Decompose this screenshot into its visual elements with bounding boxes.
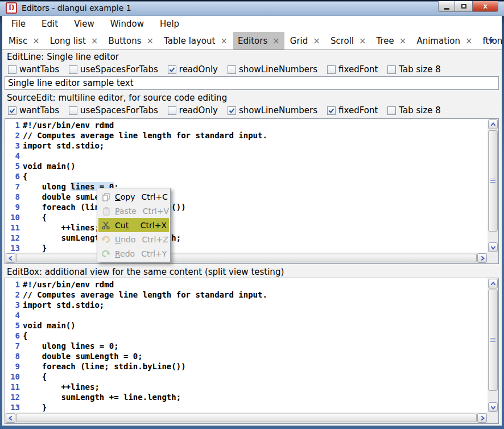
checkbox-unchecked[interactable] <box>387 65 396 74</box>
tab-close-icon[interactable]: × <box>359 36 366 46</box>
code-line: 3import std.stdio; <box>5 141 488 151</box>
checkbox-unchecked[interactable] <box>8 65 16 74</box>
chevron-down-icon <box>489 403 497 411</box>
context-menu-item-redo[interactable]: RedoCtrl+Y <box>98 246 169 261</box>
checkbox-tab-size-8[interactable]: Tab size 8 <box>387 64 441 75</box>
tab-table-layout[interactable]: Table layout× <box>159 32 232 50</box>
scroll-left-button[interactable] <box>6 253 15 263</box>
menu-view[interactable]: View <box>66 16 102 32</box>
line-number: 2 <box>5 130 23 141</box>
checkbox-unchecked[interactable] <box>387 106 396 115</box>
checkbox-checked[interactable] <box>8 106 16 115</box>
context-menu-item-cut[interactable]: CutCtrl+X <box>98 218 169 232</box>
checkbox-unchecked[interactable] <box>327 65 336 74</box>
scroll-left-button[interactable] <box>6 413 15 423</box>
tab-close-icon[interactable]: × <box>399 36 407 46</box>
scrollbar-track[interactable] <box>16 253 477 263</box>
code-text: void main() <box>23 320 76 331</box>
checkbox-tab-size-8[interactable]: Tab size 8 <box>387 105 441 116</box>
checkbox-readonly[interactable]: readOnly <box>168 64 218 75</box>
menu-item-shortcut: Ctrl+Y <box>141 249 167 258</box>
source-editor-content[interactable]: 1#!/usr/bin/env rdmd2// Computes average… <box>5 119 488 253</box>
checkbox-wanttabs[interactable]: wantTabs <box>8 64 59 75</box>
vertical-scrollbar[interactable] <box>488 278 498 412</box>
tab-tree[interactable]: Tree× <box>372 32 411 50</box>
checkbox-unchecked[interactable] <box>69 106 77 115</box>
tab-overflow-button[interactable] <box>481 32 502 50</box>
titlebar[interactable]: D Editors - dlangui example 1 x <box>0 0 504 16</box>
checkbox-checked[interactable] <box>168 65 176 74</box>
checkbox-unchecked[interactable] <box>69 65 77 74</box>
checkbox-checked[interactable] <box>327 106 336 115</box>
context-menu-item-copy[interactable]: CopyCtrl+C <box>98 189 169 204</box>
editbox-editor-content[interactable]: 1#!/usr/bin/env rdmd2// Computes average… <box>5 278 488 412</box>
source-editor[interactable]: 1#!/usr/bin/env rdmd2// Computes average… <box>5 118 499 264</box>
scroll-right-button[interactable] <box>477 253 487 263</box>
tab-grid[interactable]: Grid× <box>286 32 325 50</box>
tab-scroll[interactable]: Scroll× <box>326 32 371 50</box>
tab-close-icon[interactable]: × <box>272 36 280 46</box>
close-button[interactable]: x <box>472 1 498 12</box>
checkbox-wanttabs[interactable]: wantTabs <box>8 105 59 116</box>
checkbox-unchecked[interactable] <box>168 106 176 115</box>
line-number: 9 <box>5 202 23 212</box>
scroll-right-button[interactable] <box>477 413 487 423</box>
code-line: 4 <box>5 310 488 320</box>
scrollbar-track[interactable] <box>488 130 498 242</box>
tab-long-list[interactable]: Long list× <box>46 32 103 50</box>
scroll-up-button[interactable] <box>488 279 498 288</box>
checkbox-fixedfont[interactable]: fixedFont <box>327 64 378 75</box>
tab-editors[interactable]: Editors× <box>233 32 284 50</box>
context-menu-item-undo[interactable]: UndoCtrl+Z <box>98 232 169 246</box>
horizontal-scrollbar-thumb[interactable] <box>16 414 477 422</box>
tab-close-icon[interactable]: × <box>91 36 98 46</box>
line-number: 11 <box>5 222 23 233</box>
scrollbar-track[interactable] <box>488 289 498 402</box>
code-line: 10 { <box>5 212 488 222</box>
scroll-down-button[interactable] <box>488 242 498 252</box>
checkbox-showlinenumbers[interactable]: showLineNumbers <box>228 105 317 116</box>
tab-label: Buttons <box>108 36 141 46</box>
line-number: 8 <box>5 351 23 361</box>
checkbox-fixedfont[interactable]: fixedFont <box>327 105 378 116</box>
chevron-up-icon <box>489 280 497 288</box>
code-text: sumLength += line.length; <box>23 392 181 402</box>
checkbox-unchecked[interactable] <box>228 65 236 74</box>
checkbox-checked[interactable] <box>228 106 236 115</box>
menu-file[interactable]: File <box>3 16 34 32</box>
code-text: { <box>23 372 47 382</box>
vertical-scrollbar[interactable] <box>488 119 498 253</box>
window: D Editors - dlangui example 1 x FileEdit… <box>0 0 504 429</box>
single-line-editor[interactable]: Single line editor sample text <box>5 76 499 90</box>
maximize-button[interactable] <box>455 1 472 12</box>
horizontal-scrollbar-thumb[interactable] <box>16 254 477 262</box>
horizontal-scrollbar[interactable] <box>5 253 488 263</box>
tab-animation[interactable]: Animation× <box>412 32 477 50</box>
tab-misc[interactable]: Misc× <box>4 32 44 50</box>
minimize-button[interactable] <box>438 1 455 12</box>
checkbox-showlinenumbers[interactable]: showLineNumbers <box>228 64 317 75</box>
checkbox-readonly[interactable]: readOnly <box>168 105 218 116</box>
scrollbar-grip-icon <box>490 179 495 183</box>
copy-icon <box>101 192 111 201</box>
menu-help[interactable]: Help <box>152 16 187 32</box>
scroll-up-button[interactable] <box>488 119 498 129</box>
tab-close-icon[interactable]: × <box>465 36 473 46</box>
checkbox-usespacesfortabs[interactable]: useSpacesForTabs <box>69 105 158 116</box>
context-menu-item-paste[interactable]: PasteCtrl+V <box>98 204 169 218</box>
checkbox-usespacesfortabs[interactable]: useSpacesForTabs <box>69 64 158 75</box>
tab-close-icon[interactable]: × <box>313 36 320 46</box>
menu-window[interactable]: Window <box>102 16 152 32</box>
vertical-scrollbar-thumb[interactable] <box>488 130 498 232</box>
scroll-down-button[interactable] <box>488 402 498 412</box>
tab-close-icon[interactable]: × <box>32 36 40 46</box>
tab-close-icon[interactable]: × <box>220 36 228 46</box>
vertical-scrollbar-thumb[interactable] <box>488 290 498 391</box>
tab-label: Tree <box>377 36 394 46</box>
menu-edit[interactable]: Edit <box>34 16 66 32</box>
horizontal-scrollbar[interactable] <box>5 412 488 423</box>
tab-close-icon[interactable]: × <box>147 36 154 46</box>
scrollbar-track[interactable] <box>16 413 477 423</box>
editbox-editor[interactable]: 1#!/usr/bin/env rdmd2// Computes average… <box>5 278 499 424</box>
tab-buttons[interactable]: Buttons× <box>104 32 158 50</box>
